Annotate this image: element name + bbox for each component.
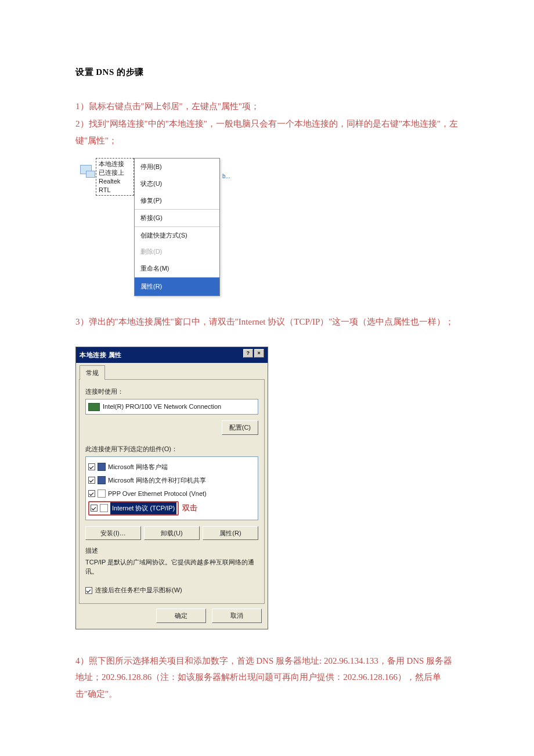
- list-item[interactable]: Microsoft 网络客户端: [88, 460, 255, 474]
- tab-general[interactable]: 常规: [80, 365, 105, 380]
- menu-properties[interactable]: 属性(R): [135, 278, 219, 296]
- help-button[interactable]: ?: [243, 349, 253, 358]
- menu-disable[interactable]: 停用(B): [135, 159, 219, 175]
- adapter-field: Intel(R) PRO/100 VE Network Connection: [85, 399, 258, 415]
- tray-icon-checkbox-row[interactable]: 连接后在任务栏中显示图标(W): [85, 584, 258, 596]
- menu-repair[interactable]: 修复(P): [135, 192, 219, 209]
- properties-button[interactable]: 属性(R): [203, 526, 258, 541]
- item-label: Microsoft 网络客户端: [108, 461, 168, 473]
- page-title: 设置 DNS 的步骤: [75, 64, 459, 81]
- cancel-button[interactable]: 取消: [212, 609, 262, 623]
- close-button[interactable]: ×: [254, 349, 264, 358]
- description-label: 描述: [85, 545, 258, 557]
- configure-button[interactable]: 配置(C): [222, 420, 258, 435]
- checkbox-icon[interactable]: [88, 490, 95, 497]
- install-button[interactable]: 安装(I)…: [85, 526, 141, 541]
- dialog-titlebar[interactable]: 本地连接 属性 ? ×: [76, 347, 268, 363]
- client-icon: [98, 463, 106, 471]
- checkbox-icon[interactable]: [85, 587, 92, 594]
- ok-button[interactable]: 确定: [156, 609, 206, 623]
- components-label: 此连接使用下列选定的组件(O)：: [85, 443, 258, 455]
- components-list[interactable]: Microsoft 网络客户端 Microsoft 网络的文件和打印机共享 PP…: [85, 456, 258, 520]
- label-name: 本地连接: [99, 160, 131, 168]
- share-icon: [98, 476, 106, 484]
- step-4: 4）照下图所示选择相关项目和添加数字，首选 DNS 服务器地址: 202.96.…: [75, 653, 459, 703]
- checkbox-icon[interactable]: [91, 505, 98, 512]
- context-menu: 停用(B) 状态(U) 修复(P) 桥接(G) 创建快捷方式(S) 删除(D) …: [134, 158, 220, 296]
- connect-using-label: 连接时使用：: [85, 386, 258, 398]
- description-text: TCP/IP 是默认的广域网协议。它提供跨越多种互联网络的通讯。: [85, 558, 258, 576]
- checkbox-icon[interactable]: [88, 463, 95, 470]
- balloon-stub: b...: [222, 171, 230, 182]
- checkbox-icon[interactable]: [88, 477, 95, 484]
- label-status: 已连接上: [99, 168, 131, 177]
- figure-1-context-menu: 本地连接 已连接上 Realtek RTL 停用(B) 状态(U) 修复(P) …: [75, 158, 459, 296]
- nic-icon: [88, 403, 100, 411]
- network-connection-icon: [78, 160, 93, 181]
- item-label: PPP Over Ethernet Protocol (Vnet): [108, 488, 207, 500]
- menu-rename[interactable]: 重命名(M): [135, 260, 219, 277]
- uninstall-button[interactable]: 卸载(U): [144, 526, 200, 541]
- adapter-name: Intel(R) PRO/100 VE Network Connection: [103, 401, 221, 413]
- step-2: 2）找到"网络连接"中的"本地连接"，一般电脑只会有一个本地连接的，同样的是右键…: [75, 116, 459, 149]
- annotation-doubleclick: 双击: [182, 501, 197, 516]
- protocol-icon: [98, 489, 106, 498]
- list-item-tcpip[interactable]: Internet 协议 (TCP/IP) 双击: [88, 501, 255, 516]
- item-label-selected: Internet 协议 (TCP/IP): [110, 502, 176, 514]
- protocol-icon: [100, 504, 108, 512]
- connection-label[interactable]: 本地连接 已连接上 Realtek RTL: [96, 158, 134, 196]
- menu-bridge[interactable]: 桥接(G): [135, 210, 219, 226]
- menu-shortcut[interactable]: 创建快捷方式(S): [135, 227, 219, 244]
- menu-status[interactable]: 状态(U): [135, 175, 219, 192]
- list-item[interactable]: PPP Over Ethernet Protocol (Vnet): [88, 487, 255, 501]
- step-1: 1）鼠标右键点击"网上邻居"，左键点"属性"项；: [75, 98, 459, 115]
- menu-delete: 删除(D): [135, 243, 219, 260]
- label-adapter: Realtek RTL: [99, 177, 131, 195]
- step-3: 3）弹出的"本地连接属性"窗口中，请双击"Internet 协议（TCP/IP）…: [75, 314, 459, 330]
- figure-2-properties-dialog: 本地连接 属性 ? × 常规 连接时使用： Intel(R) PRO/100 V…: [75, 347, 459, 629]
- list-item[interactable]: Microsoft 网络的文件和打印机共享: [88, 474, 255, 487]
- dialog-title: 本地连接 属性: [80, 349, 122, 361]
- tray-icon-label: 连接后在任务栏中显示图标(W): [95, 584, 182, 596]
- item-label: Microsoft 网络的文件和打印机共享: [108, 474, 206, 487]
